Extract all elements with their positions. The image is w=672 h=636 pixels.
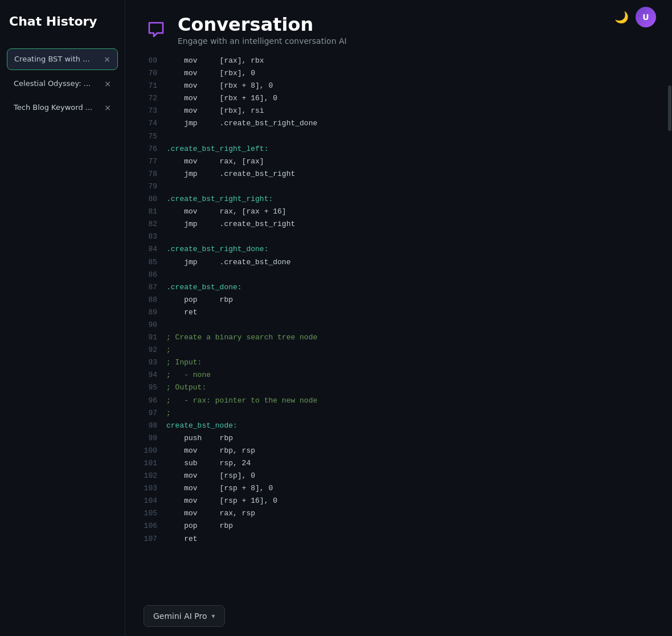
chat-history-list: Creating BST with ...×Celestial Odyssey:… <box>7 48 118 121</box>
line-content-8: mov rax, [rax] <box>166 155 264 168</box>
chat-item-close-0[interactable]: × <box>104 55 110 64</box>
code-line-28: 97; <box>144 407 649 420</box>
line-number-5: 74 <box>144 117 166 130</box>
line-number-8: 77 <box>144 155 166 168</box>
line-number-26: 95 <box>144 381 166 394</box>
line-content-27: ; - rax: pointer to the new node <box>166 395 317 407</box>
model-selector[interactable]: Gemini AI Pro ▾ <box>144 605 225 627</box>
code-line-31: 100 mov rbp, rsp <box>144 445 649 457</box>
code-line-30: 99 push rbp <box>144 432 649 445</box>
line-number-7: 76 <box>144 143 166 155</box>
code-line-1: 70 mov [rbx], 0 <box>144 67 649 80</box>
code-line-7: 76.create_bst_right_left: <box>144 143 649 155</box>
line-content-22: ; Create a binary search tree node <box>166 331 317 344</box>
line-number-36: 105 <box>144 507 166 520</box>
line-number-17: 86 <box>144 269 166 281</box>
code-line-16: 85 jmp .create_bst_done <box>144 256 649 269</box>
conversation-title: Conversation <box>178 14 347 35</box>
line-number-6: 75 <box>144 130 166 143</box>
sidebar-chat-item-2[interactable]: Tech Blog Keyword ...× <box>7 97 118 118</box>
code-line-0: 69 mov [rax], rbx <box>144 55 649 67</box>
code-line-25: 94; - none <box>144 369 649 381</box>
scrollbar-thumb[interactable] <box>668 85 671 131</box>
line-number-27: 96 <box>144 395 166 407</box>
code-line-17: 86 <box>144 269 649 281</box>
code-line-21: 90 <box>144 319 649 331</box>
line-content-20: ret <box>166 306 198 319</box>
line-number-23: 92 <box>144 344 166 356</box>
line-content-31: mov rbp, rsp <box>166 445 255 457</box>
line-number-14: 83 <box>144 231 166 243</box>
code-line-13: 82 jmp .create_bst_right <box>144 218 649 231</box>
line-number-3: 72 <box>144 92 166 105</box>
line-number-9: 78 <box>144 168 166 180</box>
sidebar-title: Chat History <box>7 9 118 35</box>
sidebar: Chat History Creating BST with ...×Celes… <box>0 0 125 636</box>
theme-toggle-icon[interactable]: 🌙 <box>614 10 629 24</box>
line-number-28: 97 <box>144 407 166 420</box>
chat-item-close-1[interactable]: × <box>104 79 111 88</box>
line-number-1: 70 <box>144 67 166 80</box>
line-content-3: mov [rbx + 16], 0 <box>166 92 277 105</box>
line-content-13: jmp .create_bst_right <box>166 218 295 231</box>
code-block: 69 mov [rax], rbx70 mov [rbx], 071 mov [… <box>144 55 649 545</box>
chevron-down-icon: ▾ <box>212 612 215 620</box>
line-content-1: mov [rbx], 0 <box>166 67 255 80</box>
line-number-0: 69 <box>144 55 166 67</box>
code-line-32: 101 sub rsp, 24 <box>144 457 649 470</box>
code-line-38: 107 ret <box>144 533 649 545</box>
code-line-2: 71 mov [rbx + 8], 0 <box>144 80 649 92</box>
code-line-11: 80.create_bst_right_right: <box>144 193 649 206</box>
line-content-24: ; Input: <box>166 356 202 369</box>
line-content-34: mov [rsp + 8], 0 <box>166 482 273 495</box>
line-content-35: mov [rsp + 16], 0 <box>166 495 277 507</box>
line-content-28: ; <box>166 407 171 420</box>
sidebar-chat-item-0[interactable]: Creating BST with ...× <box>7 48 118 70</box>
code-line-6: 75 <box>144 130 649 143</box>
line-number-31: 100 <box>144 445 166 457</box>
scrollbar[interactable] <box>667 0 672 636</box>
code-line-27: 96; - rax: pointer to the new node <box>144 395 649 407</box>
line-number-16: 85 <box>144 256 166 269</box>
chat-item-label-1: Celestial Odyssey: ... <box>14 79 101 88</box>
line-content-26: ; Output: <box>166 381 206 394</box>
line-number-2: 71 <box>144 80 166 92</box>
code-line-20: 89 ret <box>144 306 649 319</box>
code-area[interactable]: 69 mov [rax], rbx70 mov [rbx], 071 mov [… <box>125 55 667 636</box>
code-line-8: 77 mov rax, [rax] <box>144 155 649 168</box>
code-line-3: 72 mov [rbx + 16], 0 <box>144 92 649 105</box>
line-content-32: sub rsp, 24 <box>166 457 251 470</box>
line-content-30: push rbp <box>166 432 233 445</box>
chat-item-close-2[interactable]: × <box>104 103 111 112</box>
code-line-23: 92; <box>144 344 649 356</box>
sidebar-chat-item-1[interactable]: Celestial Odyssey: ...× <box>7 73 118 94</box>
line-content-16: jmp .create_bst_done <box>166 256 290 269</box>
line-content-37: pop rbp <box>166 520 233 532</box>
code-line-18: 87.create_bst_done: <box>144 281 649 294</box>
line-number-12: 81 <box>144 206 166 218</box>
line-number-10: 79 <box>144 180 166 193</box>
code-line-36: 105 mov rax, rsp <box>144 507 649 520</box>
code-line-29: 98create_bst_node: <box>144 420 649 432</box>
avatar[interactable]: U <box>636 7 656 27</box>
code-line-22: 91; Create a binary search tree node <box>144 331 649 344</box>
line-content-7: .create_bst_right_left: <box>166 143 268 155</box>
line-number-34: 103 <box>144 482 166 495</box>
chat-item-label-0: Creating BST with ... <box>14 55 100 63</box>
line-content-33: mov [rsp], 0 <box>166 470 255 482</box>
code-line-9: 78 jmp .create_bst_right <box>144 168 649 180</box>
line-content-38: ret <box>166 533 198 545</box>
line-content-4: mov [rbx], rsi <box>166 105 264 117</box>
line-number-30: 99 <box>144 432 166 445</box>
line-number-22: 91 <box>144 331 166 344</box>
code-line-35: 104 mov [rsp + 16], 0 <box>144 495 649 507</box>
line-content-18: .create_bst_done: <box>166 281 242 294</box>
line-number-18: 87 <box>144 281 166 294</box>
topbar: 🌙 U <box>603 0 667 34</box>
chat-item-label-2: Tech Blog Keyword ... <box>14 103 101 112</box>
code-line-34: 103 mov [rsp + 8], 0 <box>144 482 649 495</box>
code-line-33: 102 mov [rsp], 0 <box>144 470 649 482</box>
line-content-36: mov rax, rsp <box>166 507 255 520</box>
code-line-15: 84.create_bst_right_done: <box>144 243 649 256</box>
line-number-4: 73 <box>144 105 166 117</box>
